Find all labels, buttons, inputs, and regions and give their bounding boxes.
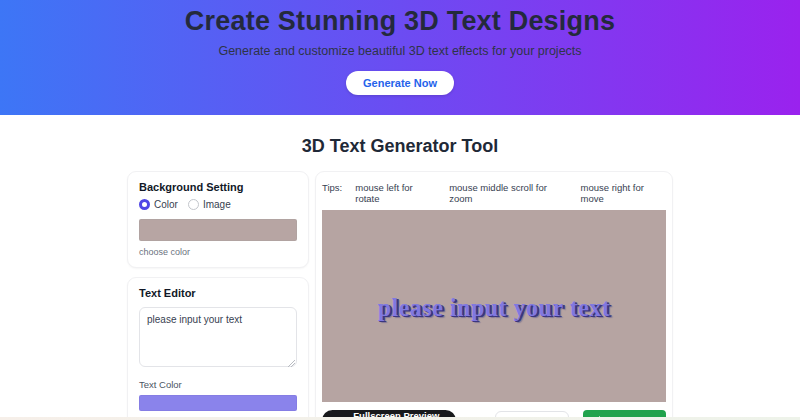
tool-heading: 3D Text Generator Tool (0, 136, 800, 157)
generate-now-button[interactable]: Generate Now (346, 71, 454, 95)
tool-content: Background Setting Color Image choose co… (127, 171, 673, 420)
radio-image-unselected-icon[interactable] (188, 199, 199, 210)
tip-move: mouse right for move (581, 182, 666, 204)
text-color-swatch[interactable] (139, 395, 297, 411)
text-editor-card: Text Editor please input your text Text … (127, 277, 309, 420)
hero-subtitle: Generate and customize beautiful 3D text… (218, 44, 581, 58)
settings-sidebar: Background Setting Color Image choose co… (127, 171, 309, 420)
preview-panel: Tips: mouse left for rotate mouse middle… (315, 171, 673, 420)
radio-color-selected-icon[interactable] (139, 199, 150, 210)
rendered-3d-text: please input your text (378, 294, 611, 322)
text-editor-title: Text Editor (139, 287, 297, 299)
radio-color-label: Color (154, 199, 178, 210)
hero-banner: Create Stunning 3D Text Designs Generate… (0, 0, 800, 115)
choose-color-hint: choose color (139, 247, 297, 257)
radio-option-image[interactable]: Image (188, 199, 231, 210)
background-setting-card: Background Setting Color Image choose co… (127, 171, 309, 268)
background-color-swatch[interactable] (139, 219, 297, 241)
tip-rotate: mouse left for rotate (355, 182, 436, 204)
background-type-radio-group: Color Image (139, 199, 297, 210)
tips-prefix: Tips: (322, 182, 342, 204)
text-input[interactable]: please input your text (139, 307, 297, 367)
tips-bar: Tips: mouse left for rotate mouse middle… (322, 178, 666, 210)
hero-title: Create Stunning 3D Text Designs (185, 6, 615, 37)
background-setting-title: Background Setting (139, 181, 297, 193)
render-canvas[interactable]: please input your text (322, 210, 666, 402)
radio-image-label: Image (203, 199, 231, 210)
radio-option-color[interactable]: Color (139, 199, 178, 210)
text-color-label: Text Color (139, 379, 297, 390)
tip-zoom: mouse middle scroll for zoom (449, 182, 567, 204)
